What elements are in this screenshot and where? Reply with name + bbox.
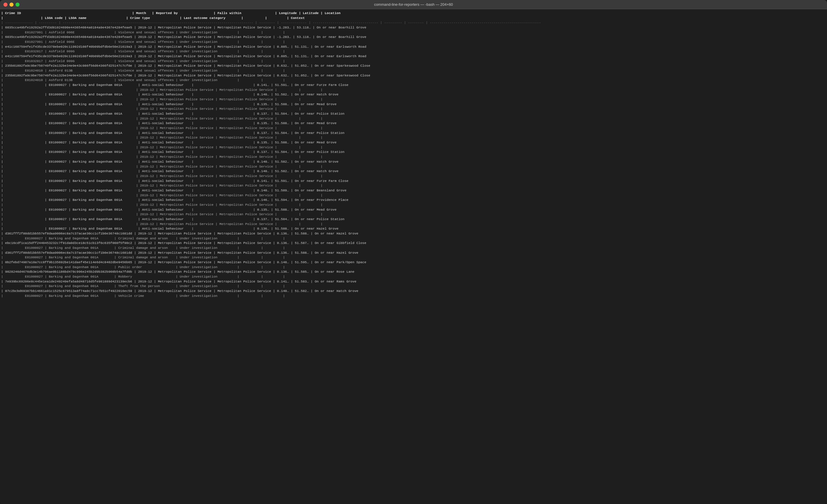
terminal-line: | d361fff2f80dd1bb557ef8daa9006ec8a7c37a…: [1, 231, 826, 236]
terminal-body[interactable]: | Crime ID | Month | Reported by | Falls…: [0, 9, 827, 504]
terminal-line: | | E01000027 | Barking and Dagenham 001…: [1, 208, 826, 212]
terminal-window: command-line-for-reporters — -bash — 204…: [0, 0, 827, 504]
terminal-line: | 7e939bc69206e8c445e1ea1de249249efa5a8d…: [1, 279, 826, 284]
terminal-line: | | 2019-12 | Metropolitan Police Servic…: [1, 107, 826, 111]
terminal-line: | | 2019-12 | Metropolitan Police Servic…: [1, 193, 826, 198]
terminal-line: | 235b01892fa9c9be750749fe2a132be34e9e43…: [1, 73, 826, 78]
terminal-line: | | E01000027 | Barking and Dagenham 001…: [1, 92, 826, 97]
terminal-line: | | 2019-12 | Metropolitan Police Servic…: [1, 222, 826, 227]
terminal-line: | 9028246d4676db3e14b796ae0b1186bd478c99…: [1, 270, 826, 274]
terminal-line: | | 2019-12 | Metropolitan Police Servic…: [1, 174, 826, 179]
terminal-line: | | E01000027 | Barking and Dagenham 001…: [1, 169, 826, 174]
terminal-line: | 235b01892fa9c9be750749fe2a132be34e9e43…: [1, 63, 826, 68]
terminal-line: | | E01000027 | Barking and Dagenham 001…: [1, 226, 826, 231]
terminal-line: | E01000027 | Barking and Dagenham 001A …: [1, 274, 826, 279]
terminal-line: | | E01000027 | Barking and Dagenham 001…: [1, 121, 826, 126]
terminal-line: | 6035cca49bfe19292a2ffd3d81024690e44365…: [1, 35, 826, 40]
terminal-line: | E01000027 | Barking and Dagenham 001A …: [1, 294, 826, 298]
terminal-line: | E01024010 | Ashford 013B | Violence an…: [1, 68, 826, 73]
terminal-line: | E01000027 | Barking and Dagenham 001A …: [1, 236, 826, 241]
terminal-line: | | E01000027 | Barking and Dagenham 001…: [1, 131, 826, 135]
terminal-line: | e41c1687594fe1f435cde3378ebe020c11992d…: [1, 45, 826, 49]
terminal-line: | d361fff2f80dd1bb557ef8daa9006ec8a7c37a…: [1, 250, 826, 256]
terminal-line: | | 2019-12 | Metropolitan Police Servic…: [1, 212, 826, 217]
terminal-line: | | E01000027 | Barking and Dagenham 001…: [1, 198, 826, 203]
terminal-line: | | E01000027 | Barking and Dagenham 001…: [1, 140, 826, 145]
terminal-line: | | 2019-12 | Metropolitan Police Servic…: [1, 155, 826, 160]
terminal-line: | E01032817 | Ashfield 009G | Violence a…: [1, 49, 826, 54]
terminal-line: | | E01000027 | Barking and Dagenham 001…: [1, 150, 826, 155]
terminal-line: | | E01000027 | Barking and Dagenham 001…: [1, 217, 826, 222]
terminal-line: | 07c2bcbd69387bb14661a91c1525c679513a8f…: [1, 289, 826, 294]
terminal-line: | E01000027 | Barking and Dagenham 001A …: [1, 255, 826, 260]
terminal-line: | -------------- | --------- | ---------…: [1, 20, 826, 25]
terminal-line: | | 2019-12 | Metropolitan Police Servic…: [1, 135, 826, 140]
terminal-line: | | 2019-12 | Metropolitan Police Servic…: [1, 116, 826, 121]
titlebar: command-line-for-reporters — -bash — 204…: [0, 0, 827, 9]
terminal-line: | | E01000027 | Barking and Dagenham 001…: [1, 160, 826, 164]
terminal-line: | | 2019-12 | Metropolitan Police Servic…: [1, 145, 826, 150]
terminal-line: | Crime ID | Month | Reported by | Falls…: [1, 11, 826, 16]
terminal-line: | E01024010 | Ashford 013B | Violence an…: [1, 78, 826, 83]
terminal-line: | | E01000027 | Barking and Dagenham 001…: [1, 83, 826, 88]
terminal-line: | E01032817 | Ashfield 009G | Violence a…: [1, 59, 826, 64]
minimize-button[interactable]: [9, 3, 13, 7]
terminal-line: | | 2019-12 | Metropolitan Police Servic…: [1, 203, 826, 208]
window-title: command-line-for-reporters — -bash — 204…: [374, 2, 453, 7]
terminal-line: | E01027991 | Ashfield 006E | Violence a…: [1, 30, 826, 35]
terminal-line: | | E01000027 | Barking and Dagenham 001…: [1, 188, 826, 193]
terminal-line: | | 2019-12 | Metropolitan Police Servic…: [1, 97, 826, 102]
terminal-line: | E01000027 | Barking and Dagenham 001A …: [1, 265, 826, 270]
terminal-line: | E01027991 | Ashfield 006E | Violence a…: [1, 40, 826, 45]
terminal-line: | | LSOA code | LSOA name | Crime type |…: [1, 16, 826, 21]
terminal-line: | | E01000027 | Barking and Dagenham 001…: [1, 102, 826, 107]
terminal-line: | | 2019-12 | Metropolitan Police Servic…: [1, 126, 826, 131]
terminal-line: | E01000027 | Barking and Dagenham 001A …: [1, 246, 826, 250]
titlebar-buttons[interactable]: [3, 3, 19, 7]
maximize-button[interactable]: [15, 3, 19, 7]
terminal-line: | | E01000027 | Barking and Dagenham 001…: [1, 179, 826, 184]
terminal-line: | E01000027 | Barking and Dagenham 001A …: [1, 284, 826, 289]
close-button[interactable]: [3, 3, 7, 7]
terminal-line: | ebc16cdf1ca15dff2440453232c7f91da0d3ce…: [1, 241, 826, 246]
terminal-line: | | 2019-12 | Metropolitan Police Servic…: [1, 183, 826, 188]
terminal-line: | | E01000027 | Barking and Dagenham 001…: [1, 111, 826, 116]
terminal-line: | 0b2febd74987a18a7cc8ff9b135692be141dae…: [1, 260, 826, 265]
terminal-line: | e41c1687594fe1f435cde3378ebe020c11992d…: [1, 54, 826, 59]
terminal-line: | | 2019-12 | Metropolitan Police Servic…: [1, 88, 826, 93]
terminal-line: | | 2019-12 | Metropolitan Police Servic…: [1, 164, 826, 169]
terminal-line: | 6035cca49bfe19292a2ffd3d81024690e44365…: [1, 25, 826, 30]
